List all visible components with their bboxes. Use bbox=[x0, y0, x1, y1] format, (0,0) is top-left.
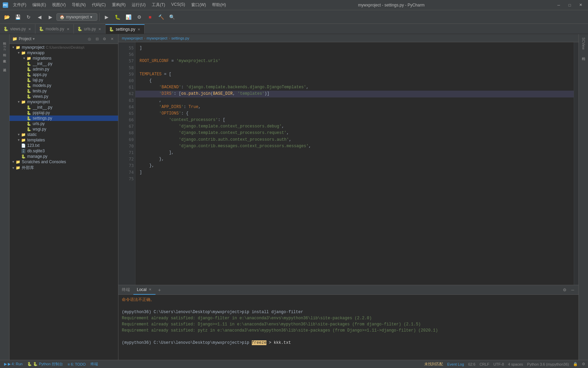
menu-item[interactable]: 运行(U) bbox=[129, 1, 148, 9]
tree-item[interactable]: 🐍 tests.py bbox=[10, 88, 118, 94]
save-button[interactable]: 💾 bbox=[13, 12, 22, 22]
tree-item[interactable]: 🗄️ db.sqlite3 bbox=[10, 148, 118, 154]
tab-close-button[interactable]: ✕ bbox=[66, 27, 70, 31]
close-button[interactable]: ✕ bbox=[576, 2, 585, 9]
run-coverage-button[interactable]: 📊 bbox=[124, 12, 133, 22]
tree-item[interactable]: 🐍 manage.py bbox=[10, 154, 118, 159]
menu-item[interactable]: 视图(V) bbox=[49, 1, 68, 9]
event-log[interactable]: Event Log bbox=[447, 362, 464, 366]
tree-item[interactable]: ▼ 📁 mywxproject bbox=[10, 99, 118, 105]
tree-item[interactable]: ▼ 📁 templates bbox=[10, 137, 118, 143]
sidebar-icon-2[interactable]: Z-2:结构 bbox=[1, 44, 9, 52]
tree-path: C:\Users\lenovo\Desktop\ bbox=[46, 46, 84, 49]
run-config-button[interactable]: ▶ bbox=[102, 12, 111, 22]
menu-item[interactable]: 帮助(H) bbox=[209, 1, 229, 9]
editor-tab[interactable]: 🐍 models.py ✕ bbox=[35, 24, 74, 34]
menu-item[interactable]: 重构(R) bbox=[109, 1, 129, 9]
code-content[interactable]: ] ROOT_URLCONF = 'mywxproject.urls' TEMP… bbox=[135, 42, 574, 285]
terminal-minimize-button[interactable]: ─ bbox=[569, 286, 576, 294]
tree-item[interactable]: ▼ 📁 mywxapp bbox=[10, 50, 118, 56]
toolbar: 📂 💾 ↻ ◀ ▶ 🏠 mywxproject ▾ ▶ 🐛 📊 ⚙ ■ 🔨 🔍 bbox=[0, 10, 588, 24]
tree-item[interactable]: 🐍 wsgi.py bbox=[10, 126, 118, 132]
locate-file-button[interactable]: ◎ bbox=[86, 35, 93, 42]
sidebar-icon-3[interactable]: 收藏夹 bbox=[1, 53, 9, 61]
breadcrumb-separator: › bbox=[169, 36, 170, 40]
tree-item[interactable]: ▼ 📁 mywxproject C:\Users\lenovo\Desktop\ bbox=[10, 45, 118, 50]
terminal-tab[interactable]: 终端 bbox=[118, 285, 133, 295]
collapse-all-button[interactable]: ⊟ bbox=[94, 35, 100, 42]
tree-item[interactable]: 🐍 __init__.py bbox=[10, 105, 118, 110]
settings-icon[interactable]: ⚙ bbox=[582, 362, 585, 366]
back-button[interactable]: ◀ bbox=[35, 12, 44, 22]
project-selector[interactable]: 🏠 mywxproject ▾ bbox=[56, 13, 97, 21]
todo-button[interactable]: ≡ 6: TODO bbox=[66, 362, 87, 367]
structure-panel-button[interactable]: SCView bbox=[581, 35, 586, 51]
sidebar-icon-4[interactable]: 调试器 bbox=[1, 62, 9, 70]
code-line: TEMPLATES = [ bbox=[140, 71, 571, 78]
open-folder-button[interactable]: 📂 bbox=[2, 12, 12, 22]
breadcrumb-item[interactable]: settings.py bbox=[172, 36, 190, 40]
tree-item[interactable]: 🐍 __init__.py bbox=[10, 61, 118, 66]
menu-item[interactable]: 编辑(E) bbox=[30, 1, 49, 9]
terminal-status-button[interactable]: 终端 bbox=[89, 361, 99, 367]
maximize-button[interactable]: □ bbox=[565, 2, 574, 9]
tree-item[interactable]: 🐍 views.py bbox=[10, 94, 118, 99]
python-console-button[interactable]: 🐍 🐍 Python 控制台 bbox=[26, 361, 64, 367]
tree-arrow: ▼ bbox=[22, 57, 27, 60]
debug-button[interactable]: 🐛 bbox=[113, 12, 122, 22]
minimize-button[interactable]: ─ bbox=[554, 2, 564, 9]
build-button[interactable]: ⚙ bbox=[134, 12, 144, 22]
find-button[interactable]: 🔍 bbox=[167, 12, 177, 22]
breadcrumb-item[interactable]: mywxproject bbox=[122, 36, 143, 40]
tree-file-icon: 🐍 bbox=[27, 94, 31, 99]
run-status-button[interactable]: ▶ ▶ 4: Run bbox=[3, 362, 24, 367]
forward-button[interactable]: ▶ bbox=[46, 12, 55, 22]
editor-tab[interactable]: 🐍 settings.py ✕ bbox=[105, 24, 145, 34]
refresh-button[interactable]: ↻ bbox=[24, 12, 33, 22]
menu-item[interactable]: 窗口(W) bbox=[189, 1, 209, 9]
menu-item[interactable]: VCS(S) bbox=[168, 1, 188, 9]
terminal-content[interactable]: 命令语法不正确。 (mypython36) C:\Users\lenovo\De… bbox=[118, 295, 578, 360]
tab-close-button[interactable]: ✕ bbox=[98, 27, 102, 31]
tree-item[interactable]: ▼ 📁 static bbox=[10, 132, 118, 137]
tree-item[interactable]: 📄 123.txt bbox=[10, 143, 118, 148]
tab-close-button[interactable]: ✕ bbox=[137, 27, 141, 32]
tree-item[interactable]: 🐍 apps.py bbox=[10, 72, 118, 77]
local-tab[interactable]: Local ✕ bbox=[133, 285, 156, 295]
tree-label: tests.py bbox=[33, 89, 47, 93]
menu-item[interactable]: 工具(T) bbox=[149, 1, 168, 9]
tree-item[interactable]: 🐍 settings.py bbox=[10, 116, 118, 121]
breadcrumb-item[interactable]: mywxproject bbox=[147, 36, 167, 40]
tree-item[interactable]: 🐍 ppplaji.py bbox=[10, 110, 118, 116]
tree-item[interactable]: 🐍 admin.py bbox=[10, 66, 118, 72]
stop-button[interactable]: ■ bbox=[145, 12, 155, 22]
code-line: ] bbox=[140, 169, 571, 176]
project-panel: 📁 Project ▾ ◎ ⊟ ⚙ ✕ ▼ 📁 mywxproject C:\U… bbox=[10, 34, 118, 360]
tree-item[interactable]: ▼ 📁 Scratches and Consoles bbox=[10, 159, 118, 165]
local-tab-close[interactable]: ✕ bbox=[148, 287, 152, 292]
add-terminal-button[interactable]: + bbox=[156, 286, 164, 294]
tree-item[interactable]: ▼ 📁 migrations bbox=[10, 56, 118, 61]
tree-item[interactable]: 🐍 urls.py bbox=[10, 121, 118, 126]
menu-item[interactable]: 导航(N) bbox=[69, 1, 88, 9]
structure2-panel-button[interactable]: 结构 bbox=[581, 52, 587, 56]
editor-tab[interactable]: 🐍 urls.py ✕ bbox=[74, 24, 105, 34]
tree-file-icon: 🐍 bbox=[27, 73, 31, 77]
tree-item[interactable]: 🐍 models.py bbox=[10, 83, 118, 88]
toolbar-separator bbox=[99, 13, 100, 21]
build2-button[interactable]: 🔨 bbox=[156, 12, 166, 22]
panel-close-button[interactable]: ✕ bbox=[109, 35, 115, 42]
editor-tab[interactable]: 🐍 views.py ✕ bbox=[0, 24, 35, 34]
right-gutter bbox=[574, 42, 578, 285]
line-number: 62 bbox=[118, 91, 134, 97]
panel-settings-button[interactable]: ⚙ bbox=[101, 35, 108, 42]
sidebar-icon-1[interactable]: 结构 bbox=[1, 35, 9, 44]
terminal-settings-button[interactable]: ⚙ bbox=[561, 286, 568, 294]
tree-item[interactable]: ▼ 📁 外部库 bbox=[10, 165, 118, 171]
tree-item[interactable]: 🐍 laji.py bbox=[10, 77, 118, 83]
tree-file-icon: 🐍 bbox=[27, 127, 31, 132]
tab-close-button[interactable]: ✕ bbox=[28, 27, 32, 31]
menu-item[interactable]: 文件(F) bbox=[10, 1, 29, 9]
menu-item[interactable]: 代码(C) bbox=[89, 1, 109, 9]
panel-header-actions: ◎ ⊟ ⚙ ✕ bbox=[86, 35, 115, 42]
